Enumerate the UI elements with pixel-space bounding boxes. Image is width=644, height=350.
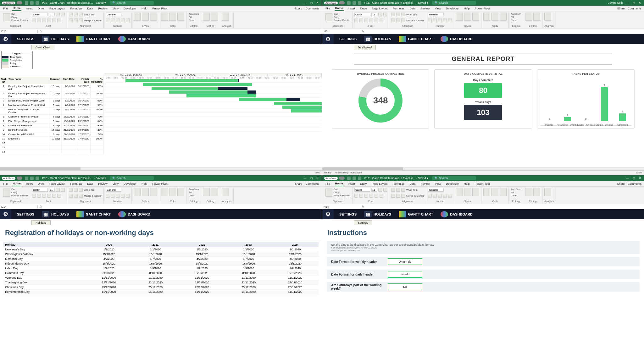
save-icon[interactable] [25, 1, 28, 5]
align-bot-icon[interactable] [401, 13, 405, 16]
align-mid-icon[interactable] [74, 13, 78, 16]
align-right-icon[interactable] [79, 194, 83, 198]
cut-button[interactable]: Cut [11, 13, 28, 15]
number-format-select[interactable] [106, 188, 121, 192]
saturdays-input[interactable]: No [388, 283, 422, 290]
wrap-button[interactable]: Wrap Text [84, 189, 95, 191]
hol-row[interactable]: Christmas Day25/12/202025/12/202025/12/2… [3, 285, 319, 290]
fx-icon[interactable]: fx [360, 30, 366, 33]
number-format-select[interactable] [428, 188, 444, 192]
cond-format-button[interactable] [134, 188, 141, 196]
fill-color-icon[interactable] [375, 19, 378, 22]
percent-icon[interactable] [111, 19, 114, 22]
tab-help[interactable]: Help [141, 6, 148, 11]
format-table-button[interactable] [142, 188, 149, 196]
font-color-icon[interactable] [57, 194, 61, 198]
font-color-icon[interactable] [57, 19, 61, 22]
align-mid-icon[interactable] [396, 13, 400, 16]
nav-gantt[interactable]: GANTT CHART [73, 34, 114, 44]
tab-powerpivot[interactable]: Power Pivot [474, 6, 491, 11]
fill-button[interactable]: Fill [511, 191, 514, 194]
italic-icon[interactable] [359, 19, 363, 22]
underline-icon[interactable] [364, 19, 368, 22]
fx-icon[interactable]: fx [38, 30, 44, 33]
save-icon[interactable] [347, 1, 351, 5]
subtab-settings[interactable]: Settings [354, 220, 372, 225]
format-button[interactable] [177, 13, 184, 21]
format-table-button[interactable] [142, 13, 149, 21]
tab-formulas[interactable]: Formulas [392, 182, 405, 186]
name-box[interactable]: D20 [0, 30, 38, 33]
sort-filter-button[interactable] [203, 13, 210, 21]
align-bot-icon[interactable] [79, 13, 83, 16]
task-row[interactable]: 3Direct and Manage Project Work9 days5/1… [0, 99, 104, 103]
fx-icon[interactable]: fx [38, 205, 44, 208]
decrease-font-icon[interactable] [383, 188, 387, 192]
tab-insert[interactable]: Insert [25, 6, 34, 11]
share-button[interactable]: Share [617, 182, 625, 185]
hol-row[interactable]: Columbus Day8/10/20208/10/20208/10/20208… [3, 271, 319, 276]
gear-icon[interactable] [0, 209, 11, 219]
redo-icon[interactable] [36, 1, 39, 5]
align-top-icon[interactable] [69, 188, 73, 192]
align-center-icon[interactable] [396, 194, 400, 198]
align-bot-icon[interactable] [401, 188, 405, 192]
name-box[interactable]: H14 [322, 205, 360, 208]
tab-data[interactable]: Data [86, 6, 94, 11]
task-row[interactable]: 4Monitor and Control Project Work8 days7… [0, 103, 104, 107]
tab-developer[interactable]: Developer [123, 6, 137, 11]
weekly-format-input[interactable]: yy-mm-dd [388, 258, 422, 265]
tab-view[interactable]: View [112, 6, 119, 11]
tab-file[interactable]: File [325, 6, 331, 11]
tab-formulas[interactable]: Formulas [70, 182, 83, 186]
underline-icon[interactable] [364, 194, 368, 198]
currency-icon[interactable] [106, 19, 109, 22]
inc-dec-icon[interactable] [443, 19, 447, 22]
align-top-icon[interactable] [69, 13, 73, 16]
daily-format-input[interactable]: mm-dd [388, 271, 422, 278]
nav-holidays[interactable]: HOLIDAYS [38, 209, 73, 219]
italic-icon[interactable] [359, 194, 363, 198]
border-icon[interactable] [369, 194, 373, 198]
nav-dashboard[interactable]: DASHBOARD [114, 34, 154, 44]
fill-button[interactable]: Fill [188, 191, 192, 194]
task-row[interactable]: 1Develop the Project Constitution Act10 … [0, 84, 104, 91]
comments-button[interactable]: Comments [628, 7, 641, 10]
dec-dec-icon[interactable] [126, 19, 130, 22]
task-row[interactable]: 7Plan Scope Management8 days19/1/202029/… [0, 119, 104, 123]
format-painter-button[interactable]: Format Painter [334, 194, 350, 197]
percent-icon[interactable] [433, 194, 437, 198]
increase-font-icon[interactable] [56, 13, 60, 16]
tab-file[interactable]: File [3, 6, 8, 11]
fill-button[interactable]: Fill [511, 16, 514, 19]
task-row[interactable]: 5Perform Integrated Change Control.6 day… [0, 107, 104, 115]
task-row[interactable]: 12 [0, 141, 104, 145]
tab-review[interactable]: Review [420, 182, 430, 186]
format-painter-button[interactable]: Format Painter [11, 19, 28, 22]
nav-holidays[interactable]: HOLIDAYS [360, 209, 395, 219]
decrease-font-icon[interactable] [61, 188, 65, 192]
insert-button[interactable] [161, 188, 168, 196]
copy-button[interactable]: Copy [11, 191, 28, 194]
increase-font-icon[interactable] [56, 188, 60, 192]
hscroll[interactable] [0, 167, 322, 170]
find-select-button[interactable] [533, 13, 540, 21]
cut-button[interactable]: Cut [334, 188, 350, 191]
gear-icon[interactable] [322, 209, 334, 219]
clear-button[interactable]: Clear [511, 194, 517, 197]
share-button[interactable]: Share [295, 182, 302, 185]
tab-file[interactable]: File [3, 182, 8, 186]
align-right-icon[interactable] [401, 194, 405, 198]
cut-button[interactable]: Cut [11, 188, 28, 191]
nav-holidays[interactable]: HOLIDAYS [38, 34, 73, 44]
fill-button[interactable]: Fill [188, 16, 192, 19]
redo-icon[interactable] [36, 177, 39, 180]
hol-row[interactable]: Labor Day1/9/20201/9/20201/9/20201/9/202… [3, 266, 319, 271]
comments-button[interactable]: Comments [628, 182, 641, 185]
clear-button[interactable]: Clear [188, 19, 194, 22]
restore-icon[interactable]: ◻ [309, 1, 314, 4]
tab-view[interactable]: View [112, 182, 119, 186]
tab-review[interactable]: Review [97, 6, 108, 11]
name-box[interactable]: I85 [322, 30, 360, 33]
autosum-button[interactable]: AutoSum [188, 13, 199, 15]
